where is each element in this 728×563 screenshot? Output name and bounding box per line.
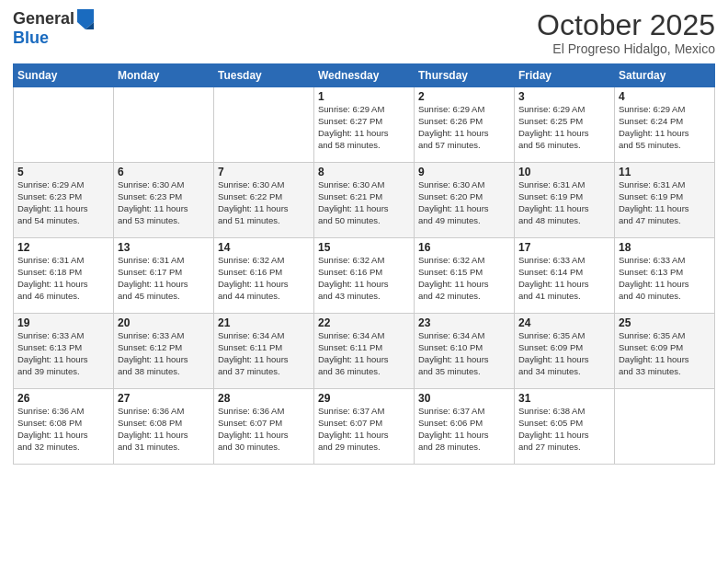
logo-icon xyxy=(77,9,94,29)
col-sunday: Sunday xyxy=(14,64,114,87)
day-number: 10 xyxy=(518,166,610,178)
day-info: Sunrise: 6:37 AM Sunset: 6:07 PM Dayligh… xyxy=(318,406,410,453)
day-number: 20 xyxy=(118,316,210,329)
col-friday: Friday xyxy=(515,64,615,87)
day-number: 18 xyxy=(619,241,711,254)
col-thursday: Thursday xyxy=(415,64,515,87)
day-number: 2 xyxy=(418,90,510,103)
day-number: 22 xyxy=(318,316,410,329)
table-row: 1Sunrise: 6:29 AM Sunset: 6:27 PM Daylig… xyxy=(314,87,415,163)
calendar-week-row: 5Sunrise: 6:29 AM Sunset: 6:23 PM Daylig… xyxy=(14,163,715,238)
day-info: Sunrise: 6:33 AM Sunset: 6:13 PM Dayligh… xyxy=(619,255,711,302)
day-info: Sunrise: 6:33 AM Sunset: 6:13 PM Dayligh… xyxy=(17,330,109,377)
table-row: 23Sunrise: 6:34 AM Sunset: 6:10 PM Dayli… xyxy=(415,314,515,389)
day-info: Sunrise: 6:35 AM Sunset: 6:09 PM Dayligh… xyxy=(518,330,610,377)
page: General Blue October 2025 El Progreso Hi… xyxy=(0,0,728,563)
title-block: October 2025 El Progreso Hidalgo, Mexico xyxy=(537,9,715,56)
table-row: 3Sunrise: 6:29 AM Sunset: 6:25 PM Daylig… xyxy=(515,87,615,163)
table-row: 14Sunrise: 6:32 AM Sunset: 6:16 PM Dayli… xyxy=(214,238,314,314)
day-number: 8 xyxy=(318,166,410,178)
day-number: 23 xyxy=(418,316,510,329)
day-info: Sunrise: 6:36 AM Sunset: 6:08 PM Dayligh… xyxy=(118,406,210,453)
table-row: 7Sunrise: 6:30 AM Sunset: 6:22 PM Daylig… xyxy=(214,163,314,238)
table-row: 28Sunrise: 6:36 AM Sunset: 6:07 PM Dayli… xyxy=(214,389,314,465)
calendar-header-row: Sunday Monday Tuesday Wednesday Thursday… xyxy=(14,64,715,87)
table-row xyxy=(214,87,314,163)
day-number: 6 xyxy=(118,166,210,178)
location: El Progreso Hidalgo, Mexico xyxy=(537,41,715,56)
day-number: 30 xyxy=(418,392,510,405)
day-number: 27 xyxy=(118,392,210,405)
table-row: 26Sunrise: 6:36 AM Sunset: 6:08 PM Dayli… xyxy=(14,389,114,465)
table-row: 5Sunrise: 6:29 AM Sunset: 6:23 PM Daylig… xyxy=(14,163,114,238)
calendar-week-row: 1Sunrise: 6:29 AM Sunset: 6:27 PM Daylig… xyxy=(14,87,715,163)
col-monday: Monday xyxy=(114,64,214,87)
day-info: Sunrise: 6:31 AM Sunset: 6:18 PM Dayligh… xyxy=(17,255,109,302)
table-row: 19Sunrise: 6:33 AM Sunset: 6:13 PM Dayli… xyxy=(14,314,114,389)
table-row: 30Sunrise: 6:37 AM Sunset: 6:06 PM Dayli… xyxy=(415,389,515,465)
calendar-week-row: 26Sunrise: 6:36 AM Sunset: 6:08 PM Dayli… xyxy=(14,389,715,465)
day-info: Sunrise: 6:34 AM Sunset: 6:11 PM Dayligh… xyxy=(318,330,410,377)
table-row: 11Sunrise: 6:31 AM Sunset: 6:19 PM Dayli… xyxy=(615,163,715,238)
table-row: 24Sunrise: 6:35 AM Sunset: 6:09 PM Dayli… xyxy=(515,314,615,389)
day-number: 4 xyxy=(619,90,711,103)
calendar-week-row: 19Sunrise: 6:33 AM Sunset: 6:13 PM Dayli… xyxy=(14,314,715,389)
day-number: 26 xyxy=(17,392,109,405)
col-tuesday: Tuesday xyxy=(214,64,314,87)
day-info: Sunrise: 6:31 AM Sunset: 6:19 PM Dayligh… xyxy=(518,179,610,226)
table-row: 29Sunrise: 6:37 AM Sunset: 6:07 PM Dayli… xyxy=(314,389,415,465)
table-row: 13Sunrise: 6:31 AM Sunset: 6:17 PM Dayli… xyxy=(114,238,214,314)
table-row: 18Sunrise: 6:33 AM Sunset: 6:13 PM Dayli… xyxy=(615,238,715,314)
day-number: 25 xyxy=(619,316,711,329)
table-row: 17Sunrise: 6:33 AM Sunset: 6:14 PM Dayli… xyxy=(515,238,615,314)
day-number: 24 xyxy=(518,316,610,329)
table-row: 12Sunrise: 6:31 AM Sunset: 6:18 PM Dayli… xyxy=(14,238,114,314)
day-number: 16 xyxy=(418,241,510,254)
calendar-week-row: 12Sunrise: 6:31 AM Sunset: 6:18 PM Dayli… xyxy=(14,238,715,314)
logo: General Blue xyxy=(13,9,94,48)
day-number: 7 xyxy=(218,166,310,178)
table-row: 9Sunrise: 6:30 AM Sunset: 6:20 PM Daylig… xyxy=(415,163,515,238)
day-info: Sunrise: 6:30 AM Sunset: 6:20 PM Dayligh… xyxy=(418,179,510,226)
day-info: Sunrise: 6:36 AM Sunset: 6:08 PM Dayligh… xyxy=(17,406,109,453)
calendar: Sunday Monday Tuesday Wednesday Thursday… xyxy=(13,63,715,465)
day-info: Sunrise: 6:29 AM Sunset: 6:26 PM Dayligh… xyxy=(418,104,510,151)
day-info: Sunrise: 6:30 AM Sunset: 6:23 PM Dayligh… xyxy=(118,179,210,226)
table-row: 22Sunrise: 6:34 AM Sunset: 6:11 PM Dayli… xyxy=(314,314,415,389)
day-info: Sunrise: 6:29 AM Sunset: 6:27 PM Dayligh… xyxy=(318,104,410,151)
day-info: Sunrise: 6:33 AM Sunset: 6:14 PM Dayligh… xyxy=(518,255,610,302)
day-info: Sunrise: 6:33 AM Sunset: 6:12 PM Dayligh… xyxy=(118,330,210,377)
table-row: 31Sunrise: 6:38 AM Sunset: 6:05 PM Dayli… xyxy=(515,389,615,465)
day-info: Sunrise: 6:34 AM Sunset: 6:11 PM Dayligh… xyxy=(218,330,310,377)
day-info: Sunrise: 6:34 AM Sunset: 6:10 PM Dayligh… xyxy=(418,330,510,377)
table-row: 15Sunrise: 6:32 AM Sunset: 6:16 PM Dayli… xyxy=(314,238,415,314)
table-row: 2Sunrise: 6:29 AM Sunset: 6:26 PM Daylig… xyxy=(415,87,515,163)
day-number: 19 xyxy=(17,316,109,329)
day-info: Sunrise: 6:32 AM Sunset: 6:15 PM Dayligh… xyxy=(418,255,510,302)
day-number: 28 xyxy=(218,392,310,405)
table-row: 8Sunrise: 6:30 AM Sunset: 6:21 PM Daylig… xyxy=(314,163,415,238)
day-info: Sunrise: 6:29 AM Sunset: 6:23 PM Dayligh… xyxy=(17,179,109,226)
table-row: 4Sunrise: 6:29 AM Sunset: 6:24 PM Daylig… xyxy=(615,87,715,163)
day-info: Sunrise: 6:29 AM Sunset: 6:25 PM Dayligh… xyxy=(518,104,610,151)
day-number: 3 xyxy=(518,90,610,103)
table-row xyxy=(114,87,214,163)
day-number: 31 xyxy=(518,392,610,405)
day-info: Sunrise: 6:29 AM Sunset: 6:24 PM Dayligh… xyxy=(619,104,711,151)
day-info: Sunrise: 6:38 AM Sunset: 6:05 PM Dayligh… xyxy=(518,406,610,453)
day-number: 21 xyxy=(218,316,310,329)
day-number: 14 xyxy=(218,241,310,254)
table-row: 21Sunrise: 6:34 AM Sunset: 6:11 PM Dayli… xyxy=(214,314,314,389)
day-info: Sunrise: 6:32 AM Sunset: 6:16 PM Dayligh… xyxy=(318,255,410,302)
header: General Blue October 2025 El Progreso Hi… xyxy=(13,9,715,56)
table-row xyxy=(14,87,114,163)
day-number: 11 xyxy=(619,166,711,178)
day-info: Sunrise: 6:31 AM Sunset: 6:19 PM Dayligh… xyxy=(619,179,711,226)
table-row: 20Sunrise: 6:33 AM Sunset: 6:12 PM Dayli… xyxy=(114,314,214,389)
table-row: 16Sunrise: 6:32 AM Sunset: 6:15 PM Dayli… xyxy=(415,238,515,314)
table-row: 25Sunrise: 6:35 AM Sunset: 6:09 PM Dayli… xyxy=(615,314,715,389)
day-number: 9 xyxy=(418,166,510,178)
day-number: 5 xyxy=(17,166,109,178)
day-info: Sunrise: 6:36 AM Sunset: 6:07 PM Dayligh… xyxy=(218,406,310,453)
logo-general-text: General xyxy=(13,10,74,29)
